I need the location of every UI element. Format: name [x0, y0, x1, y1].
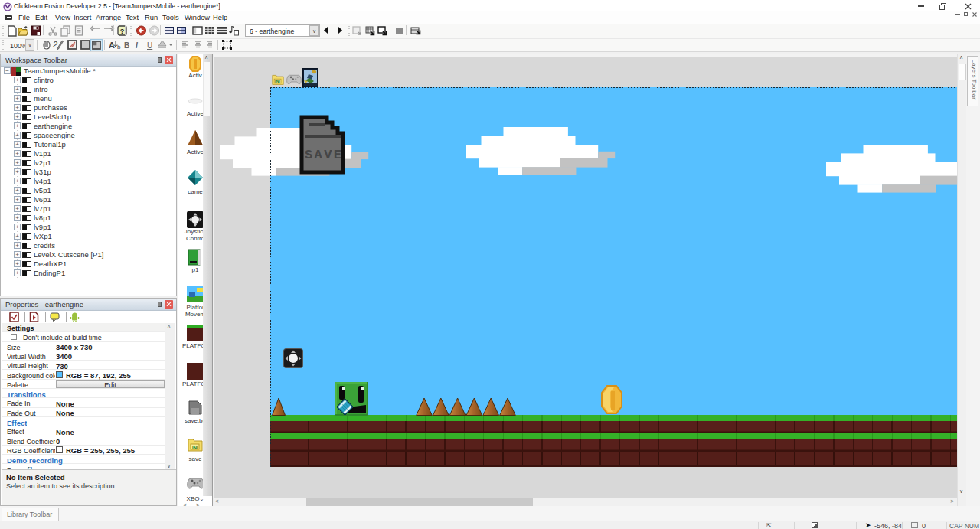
svg-text:INI: INI: [275, 79, 280, 83]
svg-text:INI: INI: [192, 446, 198, 450]
svg-text:?: ?: [120, 28, 125, 35]
svg-text:B: B: [124, 41, 129, 50]
svg-text:U: U: [147, 41, 152, 50]
svg-text:I: I: [136, 41, 138, 50]
svg-text:b: b: [117, 44, 121, 51]
svg-text:2: 2: [52, 40, 57, 49]
